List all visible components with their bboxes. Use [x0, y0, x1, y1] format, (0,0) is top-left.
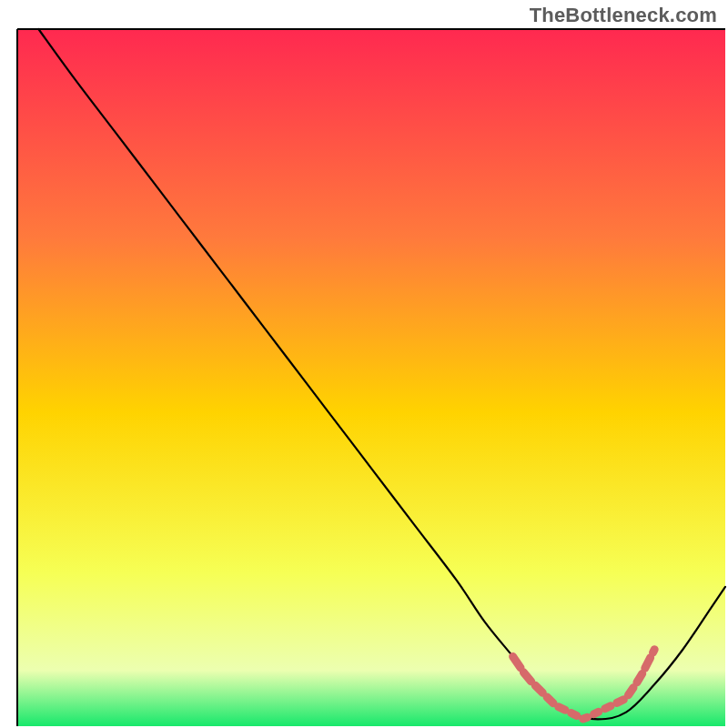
optimal-range-dash — [605, 706, 611, 709]
optimal-range-dash — [571, 713, 577, 716]
optimal-range-dash — [653, 650, 655, 652]
optimal-range-dash — [637, 673, 642, 682]
optimal-range-dash — [645, 658, 651, 669]
optimal-range-dash — [594, 712, 599, 714]
optimal-range-dash — [628, 688, 632, 695]
optimal-range-dash — [523, 672, 531, 682]
optimal-range-dash — [559, 707, 565, 711]
optimal-range-dash — [583, 717, 588, 719]
optimal-range-dash — [617, 700, 623, 703]
bottleneck-chart — [0, 0, 728, 728]
watermark-text: TheBottleneck.com — [530, 4, 717, 27]
plot-background — [17, 29, 725, 726]
optimal-range-dash — [535, 685, 542, 693]
chart-stage: TheBottleneck.com — [0, 0, 728, 728]
optimal-range-dash — [547, 697, 553, 703]
